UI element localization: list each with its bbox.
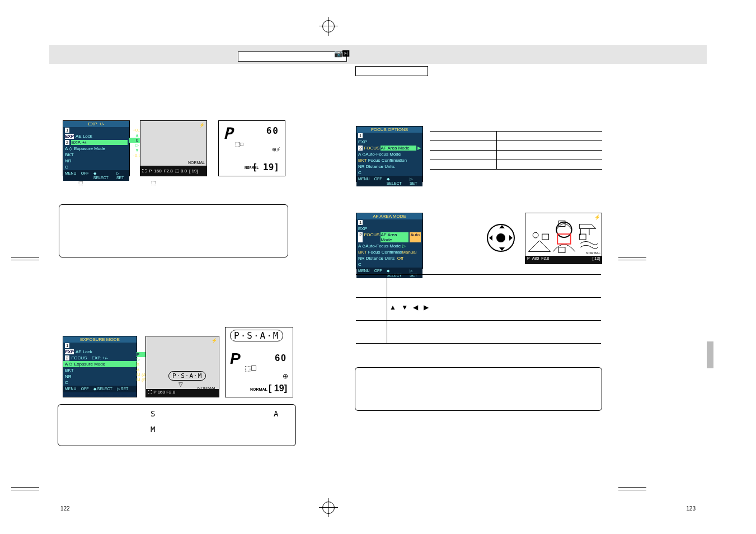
exp-tag: EXP: [65, 349, 74, 354]
bot-exp: ⬚ 0.0: [175, 168, 187, 174]
foot-set: ▷ SET: [117, 387, 129, 391]
exp-tag: EXP: [65, 134, 74, 139]
trim-line: [618, 487, 646, 488]
header-chip-left: [238, 51, 347, 62]
ftable-r1c2: [497, 132, 602, 140]
foot-set: ▷ SET: [116, 171, 128, 180]
code-nr: NR: [63, 158, 129, 164]
code-c: C: [63, 380, 137, 386]
trim-line: [11, 257, 39, 257]
trim-line: [11, 487, 39, 488]
page-number-left: 122: [60, 505, 70, 512]
camera-mode-icon: 📷🅼: [334, 50, 349, 58]
readE-normal: NORMAL: [250, 387, 267, 391]
ftable-r3c1: [430, 151, 497, 160]
foot-menu: MENU: [358, 177, 370, 185]
side-thumb-tab: [707, 341, 713, 368]
aftable-r3c2: [387, 321, 601, 343]
item-af-mode: Auto-Focus Mode: [365, 243, 401, 249]
letter-a: A: [274, 409, 278, 418]
scene-f: F2.8: [541, 256, 549, 263]
scene-iso: A80: [532, 256, 539, 263]
psam-badge-panel: P·S·A·M: [230, 330, 283, 341]
aftable-r3c1: [356, 321, 387, 343]
arrow-cluster: ▲ ▼ ◀ ▶: [389, 303, 430, 311]
readE-flash-icon: ⊕: [283, 372, 288, 380]
bot-p: P: [149, 168, 152, 174]
psam-badge: P·S·A·M: [168, 371, 206, 381]
foot-menu: MENU: [65, 171, 77, 180]
crop-mark-top: [319, 17, 338, 36]
code-bkt: BKT: [63, 152, 129, 158]
trim-line: [618, 490, 646, 490]
item-exp-mode: Exposure Mode: [74, 362, 105, 367]
tab-2: 2: [358, 232, 363, 242]
header-band: [49, 45, 707, 64]
ftable-r1c1: [430, 132, 497, 140]
ftable-r4c2: [497, 160, 602, 169]
trim-line: [618, 257, 646, 257]
aftable-r1c1: [356, 275, 387, 297]
aftable-r2c2: ▲ ▼ ◀ ▶: [387, 298, 601, 320]
bot-ic: ⛶: [142, 168, 147, 174]
readout-count: [ 19]: [252, 162, 279, 172]
exp-menu-title: EXP. +/-: [63, 121, 129, 127]
multi-selector-icon: [487, 224, 515, 252]
code-bkt: BKT: [63, 367, 137, 373]
foot-menu: MENU: [65, 387, 77, 391]
opt-auto: Auto: [410, 232, 421, 242]
note-box-expmode: S A M: [58, 404, 296, 446]
tab-2: 2: [358, 146, 363, 151]
item-af-mode: Auto-Focus Mode: [365, 152, 401, 157]
foot-select: ◆ SELECT: [93, 171, 112, 180]
focus-title: FOCUS OPTIONS: [356, 127, 422, 133]
header-chip-right: [355, 66, 428, 76]
code-c: C: [63, 164, 129, 170]
focus-options-menu: FOCUS OPTIONS 1 EXP 2FOCUSAF Area Mode▶ …: [356, 126, 423, 182]
foot-off: OFF: [81, 387, 89, 391]
exp-icon-caption: ⬚: [73, 180, 129, 186]
ftable-r4c1: [430, 160, 497, 169]
crop-mark-bottom: [319, 498, 338, 517]
item-du: Distance Units: [366, 164, 395, 169]
bot-c: [ 19]: [189, 168, 198, 174]
readout-60: 60: [266, 125, 279, 136]
item-fc: Focus Confirmation: [368, 158, 407, 163]
readE-p: P: [230, 350, 241, 368]
readout-cf-icon: ⬚☐: [236, 140, 243, 148]
af-title: AF AREA MODE: [356, 213, 422, 219]
readE-60: 60: [275, 353, 287, 363]
note-box-exp: [59, 204, 288, 257]
ftable-r2c2: [497, 141, 602, 150]
scene-p: P: [527, 256, 530, 263]
ftable-r3c2: [497, 151, 602, 160]
item-exp-mode: Exposure Mode: [74, 146, 105, 151]
scene-count: [ 13]: [592, 256, 600, 263]
ftable-r2c1: [430, 141, 497, 150]
focus-options-table: [430, 131, 602, 170]
readE-count: [ 19]: [269, 383, 287, 394]
item-du: Distance Units: [366, 256, 395, 261]
item-exp-pm: EXP. +/-: [92, 355, 108, 360]
manual-af-scene: P A80 F2.8 [ 13] NORMAL ⚡: [525, 213, 602, 264]
monitor-expmode: P·S·A·M ▽ ⚡ NORMAL[ 19] ⛶ P 160 F2.8: [145, 336, 219, 397]
letter-m: M: [151, 425, 155, 434]
flash-icon: ⚡: [212, 338, 217, 343]
tab-1: 1: [65, 343, 69, 348]
trim-line: [11, 490, 39, 490]
opt-manual: Manual: [402, 250, 416, 255]
flash-icon: ⚡: [199, 123, 205, 128]
foot-select: ◆ SELECT: [387, 177, 405, 185]
tab-2: 2: [65, 355, 69, 360]
exp-comp-menu: EXP. +/- 1 EXPAE Lock 2EXP. +/- A ◇Expos…: [63, 120, 130, 176]
control-panel-exp: P 60 ⬚☐ ⊕⚡ NORMAL [ 19]: [218, 120, 285, 176]
letter-s: S: [151, 409, 155, 418]
af-area-table: ▲ ▼ ◀ ▶: [356, 274, 601, 344]
code-a: A ◇: [65, 146, 72, 151]
arrow-right-icon: ▶: [417, 146, 421, 151]
item-ae-lock: AE Lock: [76, 349, 92, 354]
monitor-caption: ⬚: [140, 180, 213, 186]
item-ae-lock: AE Lock: [76, 134, 92, 139]
arrow-right-icon: ▷: [402, 243, 406, 249]
foot-select: ◆ SELECT: [93, 387, 112, 391]
